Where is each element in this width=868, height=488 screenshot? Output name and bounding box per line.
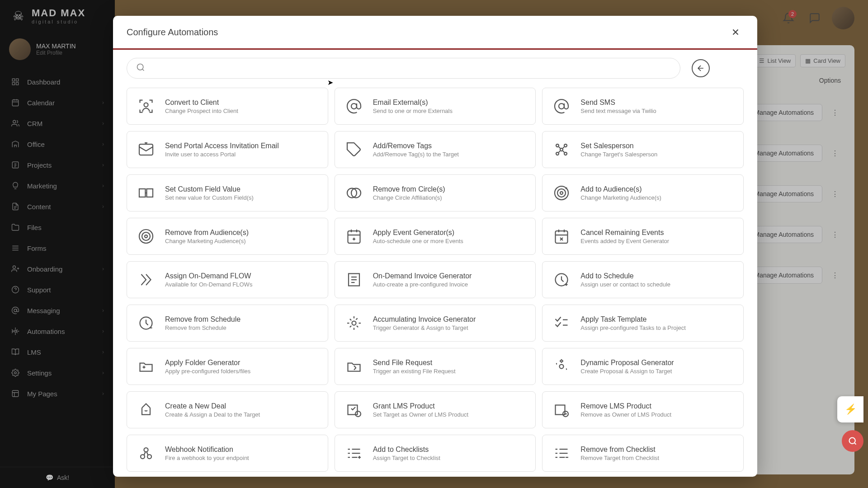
action-title: Remove LMS Product xyxy=(580,402,671,410)
webhook-icon xyxy=(136,443,156,463)
action-card-checklist-add[interactable]: Add to ChecklistsAssign Target to Checkl… xyxy=(335,435,536,472)
action-card-audience-add[interactable]: Add to Audience(s)Change Marketing Audie… xyxy=(542,174,744,211)
schedule-rm-icon xyxy=(136,313,156,333)
action-title: Set Salesperson xyxy=(580,142,657,150)
action-subtitle: Set Target as Owner of LMS Product xyxy=(373,411,468,418)
action-card-webhook[interactable]: Webhook NotificationFire a webhook to yo… xyxy=(127,435,328,472)
action-title: On-Demand Invoice Generator xyxy=(373,272,472,280)
svg-rect-23 xyxy=(139,189,146,197)
audience-rm-icon xyxy=(136,226,156,246)
svg-point-19 xyxy=(564,144,567,147)
schedule-add-icon xyxy=(552,270,571,290)
action-subtitle: Change Marketing Audience(s) xyxy=(165,238,249,244)
action-subtitle: Available for On-Demand FLOWs xyxy=(165,281,252,288)
modal-title: Configure Automations xyxy=(127,27,218,38)
action-card-field[interactable]: Set Custom Field ValueSet new value for … xyxy=(127,174,328,211)
action-subtitle: Change Target's Salesperson xyxy=(580,151,657,158)
search-box[interactable] xyxy=(127,58,680,79)
action-card-schedule-rm[interactable]: Remove from ScheduleRemove from Schedule xyxy=(127,305,328,342)
email-icon xyxy=(344,96,364,116)
action-subtitle: Apply pre-configured folders/files xyxy=(165,368,250,375)
convert-icon xyxy=(136,96,156,116)
svg-point-14 xyxy=(144,103,148,107)
proposal-icon xyxy=(552,357,571,376)
search-row xyxy=(113,50,757,83)
action-subtitle: Events added by Event Generator xyxy=(580,238,669,244)
action-card-tasks[interactable]: Apply Task TemplateAssign pre-configured… xyxy=(542,305,744,342)
search-icon xyxy=(848,436,857,446)
action-card-invoice[interactable]: On-Demand Invoice GeneratorAuto-create a… xyxy=(335,261,536,298)
svg-point-18 xyxy=(556,144,559,147)
action-card-audience-rm[interactable]: Remove from Audience(s)Change Marketing … xyxy=(127,218,328,255)
action-subtitle: Assign pre-configured Tasks to a Project xyxy=(580,324,685,331)
action-subtitle: Set new value for Custom Field(s) xyxy=(165,194,254,201)
action-subtitle: Remove as Owner of LMS Product xyxy=(580,411,671,418)
action-card-file-req[interactable]: Send File RequestTrigger an existing Fil… xyxy=(335,348,536,385)
salesperson-icon xyxy=(552,140,571,160)
actions-grid: Convert to ClientChange Prospect into Cl… xyxy=(113,83,757,477)
action-title: Webhook Notification xyxy=(165,446,249,454)
checklist-add-icon xyxy=(344,443,364,463)
svg-rect-24 xyxy=(147,189,153,197)
action-title: Create a New Deal xyxy=(165,402,260,410)
action-card-sms[interactable]: Send SMSSend text message via Twilio xyxy=(542,88,744,125)
svg-point-29 xyxy=(560,192,563,194)
action-card-lms-grant[interactable]: Grant LMS ProductSet Target as Owner of … xyxy=(335,391,536,428)
portal-icon xyxy=(136,140,156,160)
action-card-salesperson[interactable]: Set SalespersonChange Target's Salespers… xyxy=(542,131,744,168)
svg-point-41 xyxy=(355,411,361,417)
action-subtitle: Auto-create a pre-configured Invoice xyxy=(373,281,472,288)
action-subtitle: Trigger an existing File Request xyxy=(373,368,456,375)
action-card-folder[interactable]: Apply Folder GeneratorApply pre-configur… xyxy=(127,348,328,385)
action-title: Email External(s) xyxy=(373,99,453,107)
bolt-fab[interactable]: ⚡ xyxy=(837,396,863,422)
action-subtitle: Remove from Schedule xyxy=(165,324,241,331)
action-title: Apply Folder Generator xyxy=(165,359,250,367)
action-subtitle: Send text message via Twilio xyxy=(580,108,656,114)
action-subtitle: Send to one or more Externals xyxy=(373,108,453,114)
action-title: Remove from Audience(s) xyxy=(165,229,249,237)
back-button[interactable] xyxy=(692,59,710,77)
svg-point-16 xyxy=(559,103,564,109)
action-title: Cancel Remaining Events xyxy=(580,229,669,237)
svg-point-22 xyxy=(560,148,563,151)
search-fab[interactable] xyxy=(842,430,863,452)
svg-rect-34 xyxy=(556,231,568,243)
action-title: Apply Task Template xyxy=(580,315,685,324)
svg-point-21 xyxy=(564,152,567,155)
action-card-checklist-rm[interactable]: Remove from ChecklistRemove Target from … xyxy=(542,435,744,472)
action-card-lms-rm[interactable]: Remove LMS ProductRemove as Owner of LMS… xyxy=(542,391,744,428)
svg-rect-33 xyxy=(348,231,360,243)
svg-point-28 xyxy=(557,189,566,197)
action-title: Remove from Schedule xyxy=(165,315,241,324)
action-title: Add/Remove Tags xyxy=(373,142,459,150)
action-card-flow[interactable]: Assign On-Demand FLOWAvailable for On-De… xyxy=(127,261,328,298)
tasks-icon xyxy=(552,313,571,333)
action-card-convert[interactable]: Convert to ClientChange Prospect into Cl… xyxy=(127,88,328,125)
search-input[interactable] xyxy=(150,65,671,72)
event-gen-icon xyxy=(344,226,364,246)
action-card-acc-invoice[interactable]: Accumulating Invoice GeneratorTrigger Ge… xyxy=(335,305,536,342)
action-card-email[interactable]: Email External(s)Send to one or more Ext… xyxy=(335,88,536,125)
modal-header: Configure Automations xyxy=(113,16,757,50)
action-card-event-cancel[interactable]: Cancel Remaining EventsEvents added by E… xyxy=(542,218,744,255)
tags-icon xyxy=(344,140,364,160)
action-card-portal[interactable]: Send Portal Access Invitation EmailInvit… xyxy=(127,131,328,168)
action-card-tags[interactable]: Add/Remove TagsAdd/Remove Tag(s) to the … xyxy=(335,131,536,168)
action-title: Grant LMS Product xyxy=(373,402,468,410)
action-card-proposal[interactable]: Dynamic Proposal GeneratorCreate Proposa… xyxy=(542,348,744,385)
action-subtitle: Create Proposal & Assign to Target xyxy=(580,368,674,375)
action-card-deal[interactable]: Create a New DealCreate & Assign a Deal … xyxy=(127,391,328,428)
svg-point-47 xyxy=(849,438,855,444)
action-subtitle: Fire a webhook to your endpoint xyxy=(165,455,249,461)
acc-invoice-icon xyxy=(344,313,364,333)
close-button[interactable] xyxy=(727,24,744,40)
action-title: Send Portal Access Invitation Email xyxy=(165,142,279,150)
action-card-circle[interactable]: Remove from Circle(s)Change Circle Affil… xyxy=(335,174,536,211)
action-card-schedule-add[interactable]: Add to ScheduleAssign user or contact to… xyxy=(542,261,744,298)
configure-automations-modal: Configure Automations Convert to ClientC… xyxy=(113,16,757,477)
action-subtitle: Trigger Generator & Assign to Target xyxy=(373,324,476,331)
action-title: Add to Checklists xyxy=(373,446,440,454)
action-card-event-gen[interactable]: Apply Event Generator(s)Auto-schedule on… xyxy=(335,218,536,255)
svg-point-30 xyxy=(139,230,153,243)
